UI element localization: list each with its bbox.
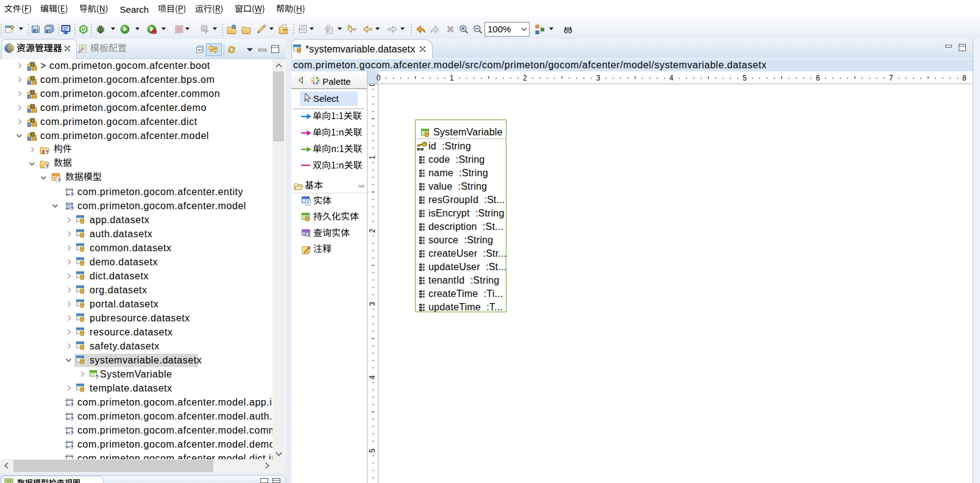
svg-text:?: ? bbox=[70, 430, 73, 436]
svg-text:?: ? bbox=[70, 416, 73, 422]
svg-text:5: 5 bbox=[743, 74, 747, 82]
svg-text:6: 6 bbox=[816, 74, 820, 82]
svg-text:0: 0 bbox=[368, 84, 377, 86]
svg-text:?: ? bbox=[70, 444, 73, 450]
svg-text:?: ? bbox=[45, 163, 48, 170]
svg-text:?: ? bbox=[57, 177, 60, 184]
svg-text:?: ? bbox=[95, 374, 98, 380]
svg-text:?: ? bbox=[70, 402, 73, 408]
svg-text:3: 3 bbox=[368, 302, 377, 306]
svg-text:1: 1 bbox=[368, 156, 377, 160]
svg-text:?: ? bbox=[70, 206, 73, 212]
svg-text:?: ? bbox=[45, 149, 48, 156]
svg-text:0: 0 bbox=[377, 74, 381, 82]
svg-text:?: ? bbox=[70, 191, 73, 198]
svg-text:4: 4 bbox=[368, 375, 377, 379]
svg-text:2: 2 bbox=[368, 229, 377, 233]
svg-text:2: 2 bbox=[523, 74, 527, 82]
svg-text:5: 5 bbox=[368, 448, 377, 453]
svg-text:1: 1 bbox=[450, 74, 454, 82]
svg-text:8: 8 bbox=[962, 74, 967, 82]
svg-text:3: 3 bbox=[596, 74, 600, 82]
svg-text:7: 7 bbox=[889, 74, 893, 82]
svg-text:4: 4 bbox=[669, 74, 673, 82]
